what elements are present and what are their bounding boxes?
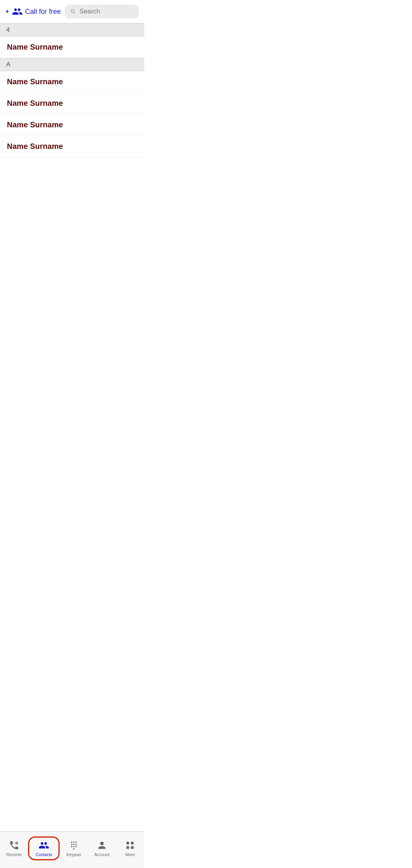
contacts-icon — [38, 840, 49, 851]
bottom-nav: Recents Contacts Keypad Ac — [0, 831, 144, 868]
nav-item-more[interactable]: More — [116, 838, 144, 858]
contact-name: Name Surname — [7, 99, 63, 107]
more-icon — [125, 840, 135, 851]
svg-point-5 — [75, 844, 77, 845]
nav-item-contacts[interactable]: Contacts — [28, 835, 59, 862]
svg-rect-12 — [127, 846, 129, 849]
svg-point-6 — [71, 846, 72, 848]
svg-point-1 — [73, 841, 75, 843]
svg-rect-11 — [131, 842, 134, 845]
header: + Call for free — [0, 0, 144, 23]
nav-label-contacts: Contacts — [35, 852, 52, 857]
svg-rect-13 — [131, 846, 134, 849]
svg-point-3 — [71, 844, 72, 845]
section-header-4: 4 — [0, 23, 144, 37]
nav-item-recents[interactable]: Recents — [0, 838, 28, 858]
section-header-a: A — [0, 58, 144, 71]
contact-item[interactable]: Name Surname — [0, 114, 144, 136]
call-for-free-label: Call for free — [25, 8, 61, 16]
contact-name: Name Surname — [7, 77, 63, 86]
contact-item[interactable]: Name Surname — [0, 93, 144, 114]
call-for-free-button[interactable]: + Call for free — [5, 6, 61, 17]
account-icon — [97, 840, 107, 851]
contact-item[interactable]: Name Surname — [0, 71, 144, 93]
contact-item[interactable]: Name Surname — [0, 37, 144, 58]
nav-item-account[interactable]: Account — [88, 838, 116, 858]
contact-item[interactable]: Name Surname — [0, 136, 144, 157]
keypad-icon — [68, 840, 79, 851]
nav-label-more: More — [125, 852, 135, 857]
nav-label-account: Account — [94, 852, 110, 857]
contacts-active-highlight: Contacts — [28, 836, 59, 860]
svg-point-2 — [75, 841, 77, 843]
svg-point-9 — [73, 848, 75, 850]
search-input[interactable] — [79, 8, 133, 15]
search-icon — [70, 8, 76, 15]
nav-item-keypad[interactable]: Keypad — [60, 838, 88, 858]
contact-list: 4 Name Surname A Name Surname Name Surna… — [0, 23, 144, 192]
svg-point-0 — [71, 841, 72, 843]
svg-rect-10 — [127, 842, 129, 845]
contact-name: Name Surname — [7, 142, 63, 150]
contact-name: Name Surname — [7, 120, 63, 129]
svg-point-4 — [73, 844, 75, 845]
search-bar[interactable] — [65, 5, 139, 18]
add-person-icon — [12, 6, 23, 17]
contact-name: Name Surname — [7, 43, 63, 51]
recents-icon — [9, 840, 20, 851]
nav-label-keypad: Keypad — [67, 852, 81, 857]
nav-label-recents: Recents — [7, 852, 22, 857]
svg-point-7 — [73, 846, 75, 848]
svg-point-8 — [75, 846, 77, 848]
plus-icon: + — [5, 8, 9, 15]
